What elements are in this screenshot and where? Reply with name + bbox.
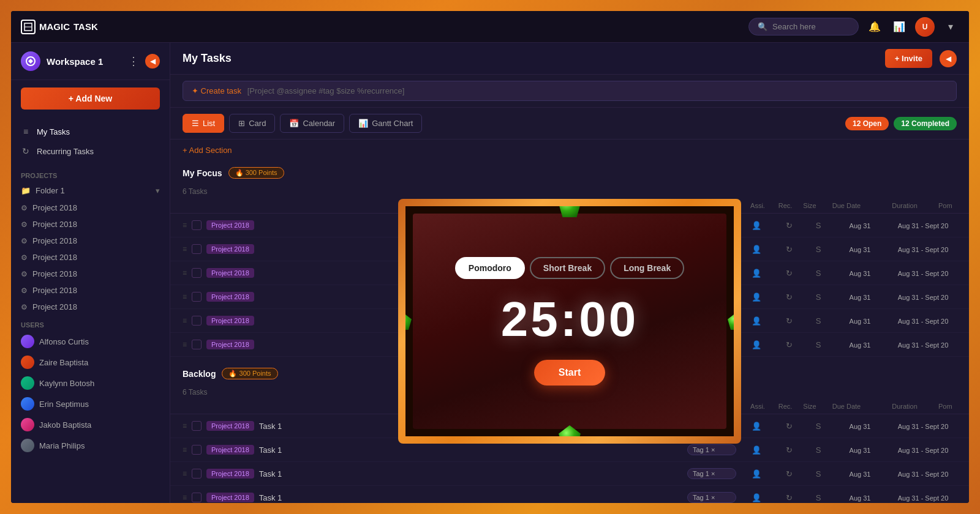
drag-handle-2[interactable]: ≡ [183, 245, 187, 253]
sidebar-item-my-tasks[interactable]: ≡ My Tasks [11, 122, 170, 141]
sidebar-item-recurring[interactable]: ↻ Recurring Tasks [11, 141, 170, 161]
folder-item[interactable]: 📁 Folder 1 ▾ [11, 182, 170, 199]
notification-icon[interactable]: 🔔 [866, 18, 883, 35]
gantt-label: Gantt Chart [372, 119, 413, 128]
drag-handle-6[interactable]: ≡ [183, 340, 187, 349]
sidebar-label-my-tasks: My Tasks [37, 127, 70, 136]
col-rec: Rec. [773, 202, 797, 209]
tab-short-break[interactable]: Short Break [530, 257, 605, 279]
drag-handle-b1[interactable]: ≡ [183, 422, 187, 430]
b-size-1: S [816, 422, 821, 431]
user-name-3: Kaylynn Botosh [39, 379, 94, 388]
card-icon: ⊞ [238, 119, 245, 128]
project-item-6[interactable]: ⚙ Project 2018 [11, 282, 170, 299]
drag-handle-b3[interactable]: ≡ [183, 469, 187, 478]
b-rec-1: ↻ [786, 422, 793, 431]
backlog-checkbox-2[interactable] [192, 445, 202, 455]
backlog-task-name-2: Task 1 [259, 445, 682, 455]
col-dur-b: Duration [871, 403, 938, 410]
search-box[interactable]: 🔍 Search here [748, 18, 859, 35]
task-project-tag-6: Project 2018 [206, 340, 254, 349]
sidebar-collapse-btn[interactable]: ◀ [145, 54, 160, 69]
project-icon-6: ⚙ [21, 286, 28, 295]
task-checkbox-3[interactable] [192, 268, 202, 278]
create-label: ✦ Create task [192, 86, 241, 95]
user-avatar[interactable]: U [915, 17, 935, 37]
tab-gantt[interactable]: 📊 Gantt Chart [349, 114, 422, 133]
drag-handle-b4[interactable]: ≡ [183, 493, 187, 502]
logo-icon [21, 20, 36, 34]
drag-handle-4[interactable]: ≡ [183, 292, 187, 301]
project-label-2: Project 2018 [32, 220, 77, 229]
task-checkbox-4[interactable] [192, 292, 202, 302]
b-size-4: S [816, 493, 821, 502]
drag-handle-3[interactable]: ≡ [183, 269, 187, 277]
project-icon-7: ⚙ [21, 303, 28, 311]
tab-list[interactable]: ☰ List [183, 114, 224, 133]
project-item-1[interactable]: ⚙ Project 2018 [11, 199, 170, 216]
backlog-checkbox-1[interactable] [192, 421, 202, 431]
toolbar: ☰ List ⊞ Card 📅 Calendar 📊 Gantt Chart [170, 108, 969, 140]
tab-calendar[interactable]: 📅 Calendar [280, 114, 344, 133]
create-task-input[interactable]: ✦ Create task [Project @assignee #tag $s… [183, 81, 957, 101]
my-focus-header: My Focus 🔥 300 Points [170, 161, 969, 185]
backlog-checkbox-4[interactable] [192, 493, 202, 502]
project-item-7[interactable]: ⚙ Project 2018 [11, 299, 170, 315]
project-item-4[interactable]: ⚙ Project 2018 [11, 249, 170, 266]
add-section-label: + Add Section [183, 146, 232, 155]
my-focus-points: 🔥 300 Points [228, 167, 284, 179]
b-assi-2: 👤 [752, 445, 761, 455]
add-section-button[interactable]: + Add Section [170, 140, 969, 161]
drag-handle-b2[interactable]: ≡ [183, 445, 187, 454]
add-new-button[interactable]: + Add New [21, 88, 160, 110]
backlog-project-2: Project 2018 [206, 445, 254, 455]
drag-handle[interactable]: ≡ [183, 221, 187, 229]
user-item-4: Erin Septimus [11, 393, 170, 414]
task-checkbox-5[interactable] [192, 316, 202, 326]
user-avatar-3 [21, 376, 34, 390]
backlog-checkbox-3[interactable] [192, 469, 202, 479]
tab-pomodoro[interactable]: Pomodoro [455, 257, 525, 279]
rec-icon-2: ↻ [786, 245, 793, 254]
gem-bottom [559, 425, 581, 444]
gem-top [559, 199, 581, 217]
task-project-tag-5: Project 2018 [206, 316, 254, 326]
create-placeholder: [Project @assignee #tag $size %recurrenc… [247, 86, 405, 95]
folder-chevron: ▾ [156, 186, 160, 195]
gem-shape-bottom [559, 425, 581, 444]
workspace-menu-icon[interactable]: ⋮ [128, 54, 139, 68]
task-checkbox-1[interactable] [192, 220, 202, 230]
task-checkbox-6[interactable] [192, 340, 202, 349]
dropdown-icon[interactable]: ▾ [942, 18, 959, 35]
duration-1: Aug 31 - Sept 20 [898, 222, 949, 229]
col-rec-b: Rec. [773, 403, 797, 410]
user-item-2: Zaire Baptista [11, 352, 170, 373]
size-icon-3: S [816, 269, 821, 278]
page-title: My Tasks [183, 52, 878, 65]
backlog-task-4: ≡ Project 2018 Task 1 Tag 1 × 👤 ↻ S Aug … [170, 486, 969, 503]
project-label-3: Project 2018 [32, 236, 77, 245]
project-item-5[interactable]: ⚙ Project 2018 [11, 266, 170, 282]
start-button[interactable]: Start [534, 360, 605, 386]
user-name-4: Erin Septimus [39, 400, 89, 409]
project-item-2[interactable]: ⚙ Project 2018 [11, 216, 170, 233]
tab-long-break[interactable]: Long Break [610, 257, 684, 279]
drag-handle-5[interactable]: ≡ [183, 316, 187, 325]
workspace-name: Workspace 1 [47, 56, 122, 67]
user-avatar-5 [21, 418, 34, 431]
calendar-label: Calendar [303, 119, 335, 128]
tab-card[interactable]: ⊞ Card [229, 114, 275, 133]
backlog-tag-2: Tag 1 × [687, 444, 736, 455]
project-label-6: Project 2018 [32, 286, 77, 295]
b-assi-4: 👤 [752, 493, 761, 502]
due-date-3: Aug 31 [850, 270, 871, 277]
b-due-1: Aug 31 [850, 423, 871, 430]
project-label-5: Project 2018 [32, 269, 77, 278]
timer-tabs: Pomodoro Short Break Long Break [455, 257, 684, 279]
collapse-button[interactable]: ◀ [940, 50, 957, 67]
task-checkbox-2[interactable] [192, 244, 202, 254]
analytics-icon[interactable]: 📊 [891, 18, 908, 35]
invite-button[interactable]: + Invite [885, 49, 932, 68]
size-icon-6: S [816, 340, 821, 349]
project-item-3[interactable]: ⚙ Project 2018 [11, 233, 170, 249]
